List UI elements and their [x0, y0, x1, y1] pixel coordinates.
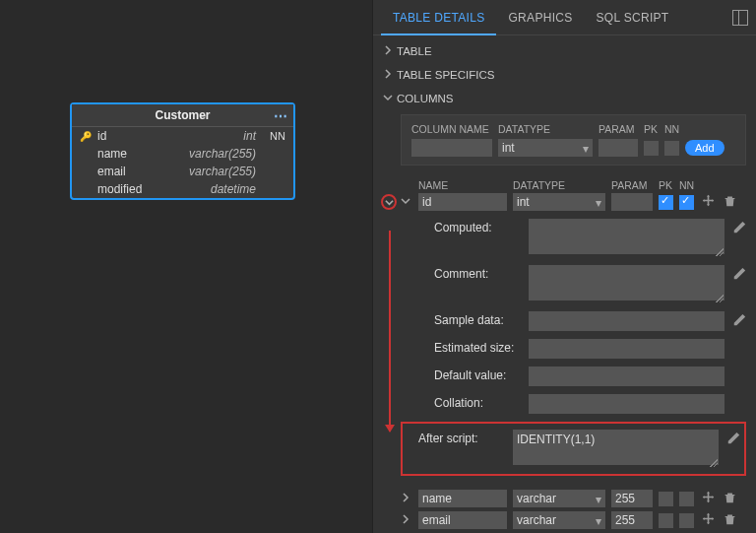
header-pk: PK [659, 179, 673, 191]
column-name-input[interactable] [418, 511, 507, 529]
chevron-right-icon[interactable] [401, 492, 412, 505]
header-param: PARAM [598, 123, 638, 135]
column-name: id [97, 129, 166, 143]
header-nn: NN [679, 179, 694, 191]
entity-menu-icon[interactable]: ⋯ [274, 108, 287, 124]
add-column-name-input[interactable] [411, 139, 492, 157]
tab-sql-script[interactable]: SQL SCRIPT [585, 0, 681, 35]
section-columns-label: COLUMNS [397, 93, 454, 104]
entity-customer[interactable]: Customer ⋯ 🔑 id int NN name varchar(255)… [70, 102, 295, 200]
diagram-canvas[interactable]: Customer ⋯ 🔑 id int NN name varchar(255)… [0, 0, 372, 533]
column-param-input[interactable] [611, 193, 653, 211]
edit-icon[interactable] [732, 219, 746, 237]
column-datatype-select[interactable] [513, 193, 605, 211]
column-properties: Computed: Comment: Sample data: Estimate… [434, 219, 746, 414]
move-icon[interactable] [700, 491, 716, 506]
label-collation: Collation: [434, 394, 529, 410]
chevron-down-icon[interactable] [401, 195, 412, 209]
header-param: PARAM [611, 179, 653, 191]
column-param-input[interactable] [611, 511, 653, 529]
move-icon[interactable] [700, 194, 716, 210]
after-script-highlight: After script: [401, 422, 746, 476]
column-datatype-select[interactable] [513, 511, 605, 529]
entity-column-row[interactable]: 🔑 id int NN [72, 127, 293, 145]
pk-key-icon: 🔑 [80, 131, 97, 142]
entity-column-row[interactable]: name varchar(255) [72, 145, 293, 163]
default-value-input[interactable] [529, 366, 724, 386]
other-columns-list: ▾ ▾ ▾ [401, 490, 746, 533]
column-nn: NN [262, 130, 285, 142]
column-name-input[interactable] [418, 490, 507, 507]
column-pk-checkbox[interactable] [659, 513, 673, 528]
edit-icon[interactable] [732, 265, 746, 284]
add-button[interactable]: Add [685, 140, 724, 156]
header-datatype: DATATYPE [513, 179, 605, 191]
after-script-input[interactable] [513, 430, 719, 465]
move-icon[interactable] [700, 512, 716, 528]
add-nn-checkbox[interactable] [664, 141, 679, 156]
add-column-box: COLUMN NAME DATATYPE PARAM PK NN ▾ Add [401, 114, 746, 166]
column-detail-id: NAME DATATYPE PARAM PK NN ▾ [401, 179, 746, 414]
label-sample-data: Sample data: [434, 311, 529, 327]
delete-icon[interactable] [722, 194, 737, 210]
tab-table-details[interactable]: TABLE DETAILS [381, 0, 496, 35]
column-name-input[interactable] [418, 193, 507, 211]
edit-icon[interactable] [732, 311, 746, 330]
add-param-input[interactable] [598, 139, 638, 157]
label-default-value: Default value: [434, 366, 529, 382]
chevron-right-icon [383, 45, 397, 57]
resize-grip-icon[interactable] [716, 248, 724, 256]
section-specifics-label: TABLE SPECIFICS [397, 69, 494, 81]
estimated-size-input[interactable] [529, 339, 724, 359]
column-datatype-select[interactable] [513, 490, 605, 507]
section-table-label: TABLE [397, 45, 432, 57]
column-dtype: int [166, 129, 262, 143]
column-row: ▾ [401, 511, 746, 529]
delete-icon[interactable] [722, 491, 737, 506]
column-dtype: datetime [166, 182, 262, 196]
label-estimated-size: Estimated size: [434, 339, 529, 355]
chevron-down-icon [383, 93, 397, 104]
computed-input[interactable] [529, 219, 724, 254]
edit-icon[interactable] [726, 430, 740, 448]
tab-graphics[interactable]: GRAPHICS [496, 0, 584, 35]
annotation-arrow [389, 231, 391, 432]
column-row: ▾ [401, 490, 746, 507]
label-after-script: After script: [403, 430, 513, 445]
column-pk-checkbox[interactable] [659, 195, 673, 210]
delete-icon[interactable] [722, 512, 737, 528]
comment-input[interactable] [529, 265, 724, 300]
column-nn-checkbox[interactable] [679, 513, 694, 528]
column-param-input[interactable] [611, 490, 653, 507]
layout-toggle-icon[interactable] [732, 10, 748, 26]
chevron-right-icon [383, 69, 397, 81]
entity-header[interactable]: Customer ⋯ [72, 104, 293, 127]
column-nn-checkbox[interactable] [679, 195, 694, 210]
header-name: NAME [418, 179, 507, 191]
resize-grip-icon[interactable] [716, 295, 724, 302]
section-columns[interactable]: COLUMNS [383, 87, 746, 110]
sample-data-input[interactable] [529, 311, 724, 331]
section-specifics[interactable]: TABLE SPECIFICS [383, 63, 746, 87]
add-datatype-select[interactable] [498, 139, 593, 157]
column-name: email [97, 165, 166, 178]
entity-column-row[interactable]: email varchar(255) [72, 163, 293, 180]
panel-tabs: TABLE DETAILS GRAPHICS SQL SCRIPT [373, 0, 756, 35]
add-pk-checkbox[interactable] [644, 141, 659, 156]
column-name: modified [97, 182, 166, 196]
column-nn-checkbox[interactable] [679, 492, 694, 506]
expand-indicator [381, 194, 397, 210]
label-comment: Comment: [434, 265, 529, 281]
column-name: name [97, 147, 166, 161]
column-pk-checkbox[interactable] [659, 492, 673, 506]
chevron-right-icon[interactable] [401, 513, 412, 527]
header-nn: NN [664, 123, 679, 135]
header-datatype: DATATYPE [498, 123, 593, 135]
collation-input[interactable] [529, 394, 724, 414]
header-pk: PK [644, 123, 659, 135]
entity-column-row[interactable]: modified datetime [72, 180, 293, 198]
column-dtype: varchar(255) [166, 147, 262, 161]
details-panel: TABLE DETAILS GRAPHICS SQL SCRIPT TABLE … [372, 0, 756, 533]
section-table[interactable]: TABLE [383, 39, 746, 63]
resize-grip-icon[interactable] [710, 459, 718, 467]
